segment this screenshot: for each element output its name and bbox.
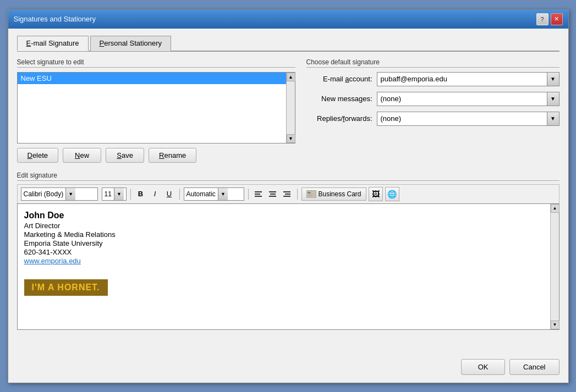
edit-scrollbar-track <box>551 213 559 321</box>
default-signature-section: Choose default signature E-mail account:… <box>306 58 559 163</box>
sig-dept: Marketing & Media Relations <box>24 230 544 239</box>
replies-forwards-row: Replies/forwards: (none) ▼ <box>306 112 559 126</box>
main-row: Select signature to edit New ESU ▲ ▼ Del… <box>17 58 559 163</box>
replies-forwards-label: Replies/forwards: <box>306 114 372 123</box>
delete-label: Delete <box>28 151 48 159</box>
signature-edit-area[interactable]: John Doe Art Director Marketing & Media … <box>18 204 550 329</box>
rename-label: Rename <box>159 151 186 159</box>
toolbar-sep-1 <box>130 189 131 200</box>
font-name-dropdown[interactable]: Calibri (Body) ▼ <box>21 187 98 201</box>
svg-rect-0 <box>307 191 316 197</box>
font-name-value: Calibri (Body) <box>21 190 66 198</box>
save-button[interactable]: Save <box>106 148 144 163</box>
tab-bar: E-mail Signature Personal Stationery <box>17 35 559 52</box>
sig-uni: Emporia State University <box>24 239 544 247</box>
email-account-row: E-mail account: pubaff@emporia.edu ▼ <box>306 72 559 86</box>
sig-title: Art Director <box>24 222 544 230</box>
edit-signature-label: Edit signature <box>17 172 559 181</box>
toolbar-sep-4 <box>297 189 298 200</box>
svg-rect-1 <box>308 192 311 194</box>
close-button[interactable]: ✕ <box>551 13 563 25</box>
title-bar: Signatures and Stationery ? ✕ <box>8 10 568 29</box>
color-value: Automatic <box>184 190 218 198</box>
color-arrow[interactable]: ▼ <box>218 188 228 200</box>
signature-buttons: Delete New Save Rename <box>17 148 295 163</box>
select-signature-section: Select signature to edit New ESU ▲ ▼ Del… <box>17 58 295 163</box>
new-messages-label: New messages: <box>306 95 372 103</box>
italic-button[interactable]: I <box>149 188 161 200</box>
rename-button[interactable]: Rename <box>149 148 196 163</box>
insert-hyperlink-icon: 🌐 <box>387 190 397 198</box>
replies-forwards-dropdown[interactable]: (none) ▼ <box>377 112 559 126</box>
sig-website[interactable]: www.emporia.edu <box>24 257 544 265</box>
email-account-dropdown[interactable]: pubaff@emporia.edu ▼ <box>377 72 559 86</box>
font-size-value: 11 <box>102 190 114 198</box>
bold-button[interactable]: B <box>135 188 147 200</box>
align-left-icon <box>253 190 264 198</box>
scrollbar-track <box>287 81 295 134</box>
title-bar-right: ? ✕ <box>536 13 563 25</box>
insert-hyperlink-button[interactable]: 🌐 <box>385 187 399 201</box>
delete-button[interactable]: Delete <box>17 148 59 163</box>
select-signature-label: Select signature to edit <box>17 58 295 68</box>
list-item[interactable]: New ESU <box>18 73 286 84</box>
align-right-button[interactable] <box>281 188 293 200</box>
align-center-button[interactable] <box>267 188 279 200</box>
insert-image-icon: 🖼 <box>372 190 380 198</box>
email-account-label: E-mail account: <box>306 75 372 83</box>
font-size-dropdown[interactable]: 11 ▼ <box>102 187 127 201</box>
edit-area-scrollbar: ▲ ▼ <box>550 204 559 329</box>
scrollbar-up-button[interactable]: ▲ <box>287 73 295 81</box>
align-right-icon <box>282 190 292 198</box>
underline-button[interactable]: U <box>163 188 175 200</box>
toolbar-sep-3 <box>248 189 249 200</box>
color-dropdown[interactable]: Automatic ▼ <box>184 187 244 201</box>
svg-rect-2 <box>308 195 313 195</box>
new-messages-value: (none) <box>377 95 547 103</box>
title-bar-left: Signatures and Stationery <box>14 15 96 23</box>
cancel-button[interactable]: Cancel <box>509 359 559 375</box>
dialog-footer: OK Cancel <box>8 354 568 383</box>
new-label: New <box>75 151 89 159</box>
align-center-icon <box>267 190 278 198</box>
new-button[interactable]: New <box>63 148 101 163</box>
insert-image-button[interactable]: 🖼 <box>369 187 383 201</box>
tab-personal-stationery[interactable]: Personal Stationery <box>90 36 171 51</box>
replies-forwards-value: (none) <box>377 114 547 123</box>
scrollbar-down-button[interactable]: ▼ <box>287 134 295 143</box>
new-messages-row: New messages: (none) ▼ <box>306 92 559 106</box>
dialog-content: E-mail Signature Personal Stationery Sel… <box>8 29 568 354</box>
edit-signature-label-text: Edit signature <box>17 172 57 179</box>
edit-scrollbar-down[interactable]: ▼ <box>551 321 559 329</box>
tab-personal-stationery-label: Personal Stationery <box>100 39 162 47</box>
font-size-arrow[interactable]: ▼ <box>114 188 124 200</box>
sig-name: John Doe <box>24 211 544 220</box>
help-button[interactable]: ? <box>536 13 548 25</box>
replies-forwards-arrow[interactable]: ▼ <box>547 112 559 125</box>
align-left-button[interactable] <box>253 188 265 200</box>
hornet-badge: I'M A HORNET. <box>24 279 108 296</box>
business-card-label: Business Card <box>319 190 361 198</box>
tab-email-signature-label: E-mail Signature <box>26 39 79 47</box>
dialog-title: Signatures and Stationery <box>14 15 96 23</box>
new-messages-dropdown[interactable]: (none) ▼ <box>377 92 559 106</box>
business-card-button[interactable]: Business Card <box>301 187 366 201</box>
sig-phone: 620-341-XXXX <box>24 248 544 256</box>
signatures-stationery-dialog: Signatures and Stationery ? ✕ E-mail Sig… <box>8 9 569 383</box>
edit-scrollbar-up[interactable]: ▲ <box>551 204 559 213</box>
edit-signature-section: Edit signature Calibri (Body) ▼ 11 ▼ B I… <box>17 172 559 330</box>
tab-email-signature[interactable]: E-mail Signature <box>17 36 89 51</box>
signature-list-container: New ESU ▲ ▼ <box>17 72 295 143</box>
business-card-icon <box>306 190 316 198</box>
svg-rect-3 <box>308 196 312 196</box>
email-account-value: pubaff@emporia.edu <box>377 75 547 83</box>
new-messages-arrow[interactable]: ▼ <box>547 92 559 106</box>
toolbar-sep-2 <box>179 189 180 200</box>
signature-edit-area-wrap: John Doe Art Director Marketing & Media … <box>17 203 559 330</box>
ok-button[interactable]: OK <box>461 359 505 375</box>
signature-list: New ESU <box>18 73 286 84</box>
save-label: Save <box>117 151 133 159</box>
email-account-arrow[interactable]: ▼ <box>547 73 559 86</box>
list-scrollbar: ▲ ▼ <box>286 73 295 143</box>
font-name-arrow[interactable]: ▼ <box>65 188 75 200</box>
